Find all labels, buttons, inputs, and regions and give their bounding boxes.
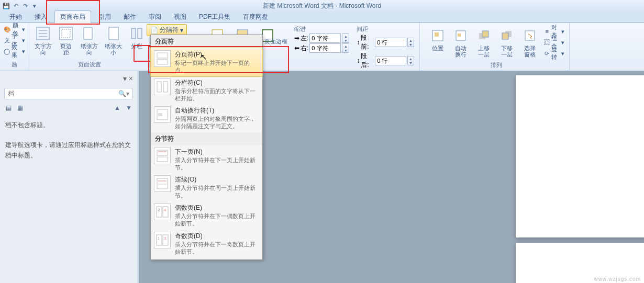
position-label: 位置 [432,45,443,51]
indent-left-label: 左: [301,34,308,43]
svg-rect-22 [157,53,168,58]
breaks-item-nextpage-desc: 插入分节符并在下一页上开始新节。 [175,156,259,172]
tab-start[interactable]: 开始 [4,11,27,22]
nav-message-2: 建导航选项卡，请通过应用标题样式在您的文档中标题。 [5,140,132,160]
indent-left-input[interactable] [309,33,341,43]
size-button[interactable]: 纸张大小 [102,24,125,56]
spacing-after-input[interactable] [375,56,406,65]
svg-rect-9 [138,28,142,39]
window-title: 新建 Microsoft Word 文档 - Microsoft Word [263,2,381,10]
breaks-dd-header-pagebreak: 分页符 [151,35,262,48]
svg-rect-7 [109,27,118,40]
svg-rect-21 [525,31,535,40]
nav-search-input[interactable] [8,90,113,97]
svg-rect-31 [157,178,168,189]
tab-mail[interactable]: 邮件 [118,11,141,22]
sendback-icon [498,27,515,44]
bringfront-button[interactable]: 上移一层 [473,26,494,59]
sendback-label: 下移一层 [498,45,515,58]
breaks-item-column-title: 分栏符(C) [175,78,259,87]
nextpage-icon [154,148,171,164]
orientation-button[interactable]: 纸张方向 [77,24,101,56]
text-direction-button[interactable]: 文字方向 [31,24,54,56]
breaks-item-evenpage-desc: 插入分节符并在下一偶数页上开始新节。 [175,212,259,228]
search-icon[interactable]: 🔍▾ [118,90,129,97]
spacing-header: 间距 [357,25,414,33]
effects-icon: ◯ [4,47,10,55]
indent-right-spinner[interactable]: ▲▼ [342,43,349,53]
bringfront-icon [475,27,492,44]
columnbreak-icon [154,78,171,95]
ribbon-tabs: 开始 插入 页面布局 引用 邮件 审阅 视图 PDF工具集 百度网盘 [0,12,644,23]
svg-rect-28 [157,150,168,155]
svg-rect-16 [458,33,461,37]
size-icon [105,25,122,42]
breaks-item-continuous[interactable]: 连续(O)插入分节符并在同一页上开始新节。 [151,173,262,201]
rotate-button[interactable]: ⟳旋转▾ [542,48,566,59]
tab-reference[interactable]: 引用 [93,11,116,22]
breaks-item-continuous-desc: 插入分节符并在同一页上开始新节。 [175,184,259,199]
indent-left-spinner[interactable]: ▲▼ [342,33,349,43]
nav-tab-down-icon[interactable]: ▼ [125,104,133,112]
breaks-item-nextpage-title: 下一页(N) [175,148,259,156]
breaks-item-column[interactable]: 分栏符(C)指示分栏符后面的文字将从下一栏开始。 [151,76,262,105]
spacing-after-spinner[interactable]: ▲▼ [407,56,414,65]
wrap-button[interactable]: 自动换行 [450,26,471,59]
document-page-1[interactable] [516,75,644,237]
continuous-icon [154,175,171,192]
undo-icon[interactable]: ↶ [12,2,20,10]
tab-insert[interactable]: 插入 [29,11,52,22]
qat-dropdown-icon[interactable]: ▾ [30,2,39,10]
size-label: 纸张大小 [104,43,123,55]
spacing-before-icon: ↕ [357,39,360,46]
breaks-dropdown: 分页符 分页符(P)标记一页终止并开始下一页的点。 分栏符(C)指示分栏符后面的… [150,35,263,260]
breaks-icon: 📄 [150,27,158,34]
nav-tab-up-icon[interactable]: ▲ [113,104,121,112]
breaks-item-evenpage[interactable]: 24 偶数页(E)插入分节符并在下一偶数页上开始新节。 [151,201,262,230]
nav-close-button[interactable]: ▾ × [123,74,133,83]
svg-text:4: 4 [164,208,166,212]
breaks-item-textwrap-desc: 分隔网页上的对象周围的文字，如分隔题注文字与正文。 [175,115,259,130]
nav-tab-headings-icon[interactable]: ▤ [4,104,13,112]
spacing-before-spinner[interactable]: ▲▼ [407,38,414,47]
breaks-item-pagebreak[interactable]: 分页符(P)标记一页终止并开始下一页的点。 [150,48,263,77]
nav-search-box[interactable]: 🔍▾ [4,88,133,99]
tab-baidu[interactable]: 百度网盘 [238,11,273,22]
columns-label: 分栏 [131,43,142,49]
orientation-icon [81,25,97,42]
position-button[interactable]: 位置 [427,26,448,52]
theme-effects[interactable]: ◯效果▾ [2,46,27,56]
save-icon[interactable]: 💾 [2,2,10,10]
svg-rect-30 [157,157,168,162]
group-arrange-label: 排列 [425,61,567,70]
breaks-button-label: 分隔符 [160,26,179,35]
tab-view[interactable]: 视图 [169,11,192,22]
margins-button[interactable]: 页边距 [55,24,76,56]
margins-label: 页边距 [58,43,74,55]
breaks-item-textwrap[interactable]: 自动换行符(T)分隔网页上的对象周围的文字，如分隔题注文字与正文。 [151,104,262,132]
tab-pdf[interactable]: PDF工具集 [194,11,236,22]
spacing-before-input[interactable] [375,38,406,47]
columns-button[interactable]: 分栏 [126,24,147,50]
redo-icon[interactable]: ↷ [21,2,29,10]
colors-icon: 🎨 [4,25,11,33]
svg-rect-27 [158,113,162,116]
tab-review[interactable]: 审阅 [143,11,166,22]
breaks-item-oddpage[interactable]: 13 奇数页(D)插入分节符并在下一奇数页上开始新节。 [151,230,262,258]
fonts-icon: 文 [4,36,10,44]
nav-tab-pages-icon[interactable]: ▦ [16,104,24,112]
indent-right-label: 右: [301,44,308,53]
sendback-button[interactable]: 下移一层 [496,26,517,59]
tab-pagelayout[interactable]: 页面布局 [54,10,91,23]
breaks-dd-header-section: 分节符 [151,132,262,145]
selectionpane-button[interactable]: 选择窗格 [519,26,540,59]
breaks-item-column-desc: 指示分栏符后面的文字将从下一栏开始。 [175,87,259,103]
rotate-icon: ⟳ [544,49,550,58]
breaks-item-nextpage[interactable]: 下一页(N)插入分节符并在下一页上开始新节。 [151,145,262,174]
rotate-label: 旋转 [551,46,560,61]
svg-rect-25 [163,82,168,92]
breaks-item-textwrap-title: 自动换行符(T) [175,106,259,115]
breaks-item-pagebreak-desc: 标记一页终止并开始下一页的点。 [175,59,259,74]
indent-right-input[interactable] [309,43,341,53]
svg-text:2: 2 [158,208,160,212]
